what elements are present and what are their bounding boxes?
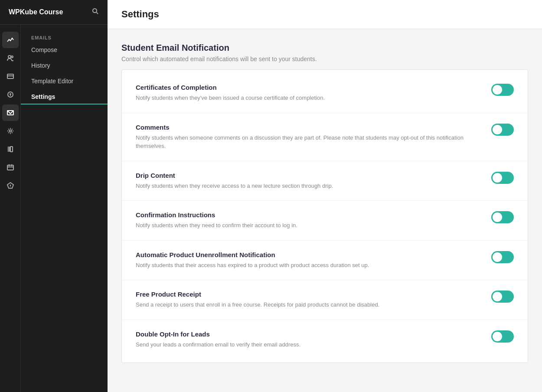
page-body: Student Email Notification Control which… <box>108 29 542 377</box>
setting-desc-comments: Notify students when someone comments on… <box>136 134 477 150</box>
setting-row-certificates: Certificates of Completion Notify studen… <box>122 73 528 113</box>
settings-card: Certificates of Completion Notify studen… <box>121 69 528 363</box>
toggle-confirmation-instructions[interactable]: ✓ <box>491 211 514 223</box>
payments-nav-icon[interactable] <box>2 86 19 103</box>
svg-point-10 <box>9 130 11 132</box>
setting-name-drip-content: Drip Content <box>136 172 477 179</box>
setting-text-drip-content: Drip Content Notify students when they r… <box>136 172 491 190</box>
setting-name-confirmation-instructions: Confirmation Instructions <box>136 211 477 219</box>
setting-name-auto-unenrollment: Automatic Product Unenrollment Notificat… <box>136 251 477 258</box>
toggle-container-drip-content[interactable]: ✓ <box>491 172 514 184</box>
toggle-container-comments[interactable]: ✓ <box>491 124 514 136</box>
setting-text-double-opt-in: Double Opt-In for Leads Send your leads … <box>136 330 491 349</box>
toggle-container-auto-unenrollment[interactable]: ✓ <box>491 251 514 263</box>
setting-text-confirmation-instructions: Confirmation Instructions Notify student… <box>136 211 491 230</box>
setting-row-comments: Comments Notify students when someone co… <box>122 113 528 161</box>
section-subtitle: Control which automated email notificati… <box>121 56 528 62</box>
setting-desc-drip-content: Notify students when they receive access… <box>136 182 477 190</box>
toggle-container-free-product-receipt[interactable]: ✓ <box>491 291 514 303</box>
sidebar: WPKube Course <box>0 0 108 392</box>
setting-desc-certificates: Notify students when they've been issued… <box>136 94 477 102</box>
svg-point-0 <box>93 9 97 13</box>
users-nav-icon[interactable] <box>2 50 19 66</box>
sidebar-item-template-editor[interactable]: Template Editor <box>21 73 108 89</box>
setting-text-auto-unenrollment: Automatic Product Unenrollment Notificat… <box>136 251 491 270</box>
setting-desc-confirmation-instructions: Notify students when they need to confir… <box>136 221 477 230</box>
calendar-nav-icon[interactable] <box>2 159 19 176</box>
svg-point-3 <box>11 56 13 58</box>
toggle-certificates[interactable]: ✓ <box>491 84 514 96</box>
svg-point-2 <box>8 56 11 58</box>
setting-row-double-opt-in: Double Opt-In for Leads Send your leads … <box>122 320 528 359</box>
setting-name-certificates: Certificates of Completion <box>136 84 477 91</box>
emails-nav-icon[interactable] <box>2 105 19 121</box>
toggle-drip-content[interactable]: ✓ <box>491 172 514 184</box>
setting-desc-double-opt-in: Send your leads a confirmation email to … <box>136 340 477 349</box>
nav-column: EMAILS Compose History Template Editor S… <box>21 25 108 392</box>
toggle-container-double-opt-in[interactable]: ✓ <box>491 330 514 343</box>
setting-row-confirmation-instructions: Confirmation Instructions Notify student… <box>122 201 528 241</box>
toggle-comments[interactable]: ✓ <box>491 124 514 136</box>
toggle-auto-unenrollment[interactable]: ✓ <box>491 251 514 263</box>
toggle-free-product-receipt[interactable]: ✓ <box>491 291 514 303</box>
setting-desc-free-product-receipt: Send a receipt to users that enroll in a… <box>136 301 477 309</box>
section-header: Student Email Notification Control which… <box>121 43 528 62</box>
setting-row-auto-unenrollment: Automatic Product Unenrollment Notificat… <box>122 241 528 281</box>
setting-row-drip-content: Drip Content Notify students when they r… <box>122 161 528 201</box>
settings-nav-icon[interactable] <box>2 123 19 139</box>
page-header: Settings <box>108 0 542 29</box>
icon-column <box>0 25 21 392</box>
setting-text-free-product-receipt: Free Product Receipt Send a receipt to u… <box>136 291 491 309</box>
nav-section-emails-label: EMAILS <box>21 32 108 42</box>
setting-name-double-opt-in: Double Opt-In for Leads <box>136 330 477 338</box>
main-content: Settings Student Email Notification Cont… <box>108 0 542 392</box>
svg-line-1 <box>97 13 98 14</box>
section-title: Student Email Notification <box>121 43 528 53</box>
setting-text-certificates: Certificates of Completion Notify studen… <box>136 84 491 102</box>
search-icon[interactable] <box>92 8 99 16</box>
sidebar-item-settings[interactable]: Settings <box>21 89 108 105</box>
setting-text-comments: Comments Notify students when someone co… <box>136 124 491 150</box>
toggle-double-opt-in[interactable]: ✓ <box>491 330 514 343</box>
svg-rect-14 <box>7 165 13 170</box>
toggle-container-confirmation-instructions[interactable]: ✓ <box>491 211 514 223</box>
setting-desc-auto-unenrollment: Notify students that their access has ex… <box>136 261 477 270</box>
page-title: Settings <box>121 9 528 20</box>
setting-row-free-product-receipt: Free Product Receipt Send a receipt to u… <box>122 280 528 320</box>
analytics-nav-icon[interactable] <box>2 32 19 48</box>
setting-name-free-product-receipt: Free Product Receipt <box>136 291 477 298</box>
sidebar-item-history[interactable]: History <box>21 58 108 73</box>
app-title: WPKube Course <box>9 8 63 16</box>
setting-name-comments: Comments <box>136 124 477 131</box>
sidebar-body: EMAILS Compose History Template Editor S… <box>0 25 108 392</box>
library-nav-icon[interactable] <box>2 141 19 157</box>
svg-rect-13 <box>10 147 13 152</box>
sidebar-item-compose[interactable]: Compose <box>21 42 108 58</box>
courses-nav-icon[interactable] <box>2 68 19 85</box>
toggle-container-certificates[interactable]: ✓ <box>491 84 514 96</box>
sidebar-header: WPKube Course <box>0 0 108 25</box>
reports-nav-icon[interactable] <box>2 177 19 194</box>
